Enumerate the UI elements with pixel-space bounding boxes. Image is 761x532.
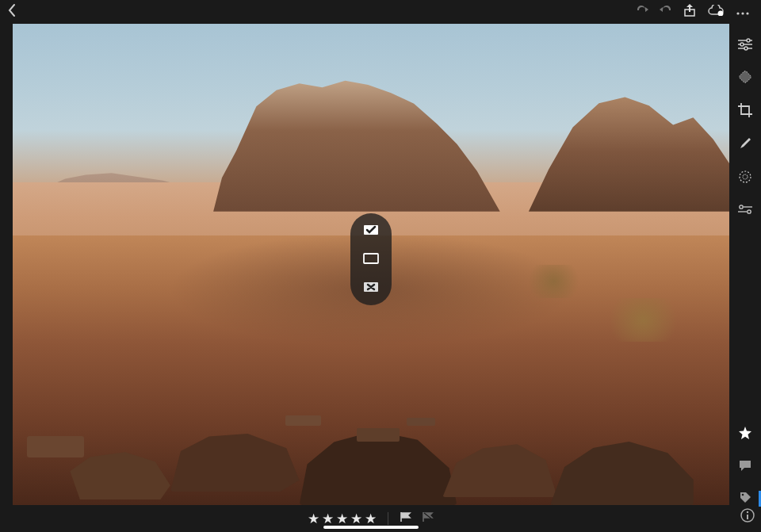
star-rating: ★ ★ ★ ★ ★ xyxy=(308,511,377,527)
flag-popup xyxy=(350,213,392,305)
info-icon[interactable] xyxy=(740,508,755,526)
radial-gradient-icon[interactable] xyxy=(738,170,752,187)
bottom-bar: ★ ★ ★ ★ ★ xyxy=(13,505,729,532)
flag-unflagged-button[interactable] xyxy=(361,251,381,267)
tool-rail xyxy=(729,24,761,532)
svg-point-13 xyxy=(744,47,748,50)
svg-point-18 xyxy=(740,205,743,209)
svg-rect-15 xyxy=(739,71,752,84)
star-1[interactable]: ★ xyxy=(308,511,319,527)
svg-point-17 xyxy=(743,174,748,179)
star-2[interactable]: ★ xyxy=(322,511,334,527)
svg-point-3 xyxy=(741,12,744,14)
flag-icon[interactable] xyxy=(400,511,412,526)
tag-icon[interactable] xyxy=(739,491,751,508)
svg-point-20 xyxy=(748,210,751,213)
star-5[interactable]: ★ xyxy=(365,511,377,527)
star-4[interactable]: ★ xyxy=(350,511,362,527)
presets-icon[interactable] xyxy=(738,203,752,217)
edit-sliders-icon[interactable] xyxy=(738,38,752,54)
back-button[interactable] xyxy=(6,3,17,21)
svg-point-4 xyxy=(746,12,748,14)
svg-point-25 xyxy=(747,511,748,513)
svg-point-16 xyxy=(740,171,751,182)
svg-rect-6 xyxy=(364,254,378,263)
top-right-controls xyxy=(636,0,755,24)
healing-icon[interactable] xyxy=(738,70,752,87)
undo-icon[interactable] xyxy=(660,5,672,19)
svg-point-2 xyxy=(736,12,739,14)
top-bar xyxy=(0,0,761,24)
comment-icon[interactable] xyxy=(738,459,752,475)
more-icon[interactable] xyxy=(736,5,750,19)
flag-reject-button[interactable] xyxy=(361,280,381,296)
separator xyxy=(388,512,388,525)
home-indicator xyxy=(323,526,419,529)
brush-icon[interactable] xyxy=(738,136,752,154)
photo-canvas[interactable] xyxy=(13,24,729,505)
flag-pick-button[interactable] xyxy=(361,223,381,239)
svg-point-9 xyxy=(747,39,750,42)
svg-point-22 xyxy=(742,494,744,496)
crop-icon[interactable] xyxy=(738,103,752,121)
cloud-sync-icon[interactable] xyxy=(707,5,725,19)
reject-flag-icon[interactable] xyxy=(422,511,434,526)
star-rating-icon[interactable] xyxy=(738,426,752,443)
svg-rect-26 xyxy=(747,515,748,519)
star-3[interactable]: ★ xyxy=(336,511,348,527)
share-icon[interactable] xyxy=(683,3,696,21)
svg-point-11 xyxy=(740,43,744,46)
redo-icon[interactable] xyxy=(636,5,648,19)
